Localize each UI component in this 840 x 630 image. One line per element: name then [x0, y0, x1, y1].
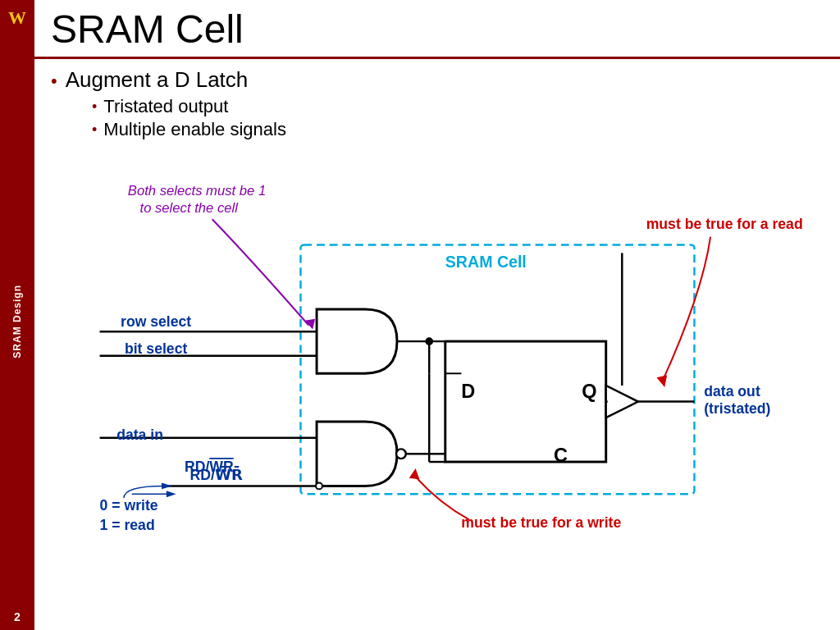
- svg-text:1 = read: 1 = read: [100, 517, 155, 533]
- bullet-dot-main: •: [51, 71, 57, 92]
- svg-text:Both selects must be 1: Both selects must be 1: [128, 183, 266, 199]
- svg-text:data out: data out: [704, 383, 760, 399]
- sidebar-label: SRAM Design: [11, 285, 23, 358]
- uw-logo: W: [2, 3, 32, 33]
- bullet-sub2-text: Multiple enable signals: [103, 119, 286, 140]
- svg-text:Q: Q: [582, 380, 596, 401]
- bullet-dot-sub1: •: [92, 98, 97, 116]
- bullet-sub1-text: Tristated output: [103, 96, 228, 117]
- svg-text:(tristated): (tristated): [704, 400, 770, 417]
- circuit-diagram: SRAM Cell: [51, 148, 824, 542]
- main-content: SRAM Cell • Augment a D Latch • Tristate…: [34, 0, 840, 630]
- bullet-main-1: • Augment a D Latch: [51, 67, 824, 93]
- slide-header: SRAM Cell: [34, 0, 840, 59]
- svg-text:W: W: [8, 7, 26, 28]
- slide-title: SRAM Cell: [51, 8, 824, 52]
- bullet-list: • Augment a D Latch • Tristated output •…: [51, 67, 824, 140]
- bullet-sub-1: • Tristated output: [92, 96, 824, 117]
- svg-text:C: C: [554, 445, 568, 466]
- data-in-label: data in: [116, 426, 163, 442]
- bullet-main-text: Augment a D Latch: [66, 67, 249, 93]
- bullet-sub-2: • Multiple enable signals: [92, 119, 824, 140]
- diagram-area: SRAM Cell: [51, 148, 824, 542]
- svg-point-41: [316, 482, 322, 489]
- and-gate: [317, 309, 397, 373]
- svg-point-14: [396, 449, 406, 459]
- svg-marker-18: [606, 386, 638, 418]
- svg-marker-26: [167, 491, 176, 497]
- bit-select-label: bit select: [125, 340, 188, 357]
- svg-text:RD/WR: RD/WR: [185, 459, 234, 475]
- and-gate-bottom: [317, 422, 406, 486]
- svg-marker-38: [162, 482, 172, 489]
- svg-marker-29: [304, 318, 315, 329]
- svg-marker-31: [656, 375, 667, 387]
- svg-text:D: D: [461, 380, 475, 401]
- svg-marker-35: [409, 468, 420, 480]
- row-select-label: row select: [121, 313, 191, 330]
- sram-cell-label: SRAM Cell: [445, 253, 527, 271]
- page-number: 2: [14, 610, 21, 627]
- svg-text:must be true for a write: must be true for a write: [461, 514, 621, 531]
- svg-text:0 = write: 0 = write: [100, 497, 158, 514]
- svg-text:to select the cell: to select the cell: [140, 200, 240, 216]
- slide-content: • Augment a D Latch • Tristated output •…: [34, 59, 840, 630]
- svg-text:must be true for a read: must be true for a read: [646, 216, 803, 232]
- bullet-dot-sub2: •: [92, 121, 97, 139]
- sidebar: W SRAM Design 2: [0, 0, 34, 630]
